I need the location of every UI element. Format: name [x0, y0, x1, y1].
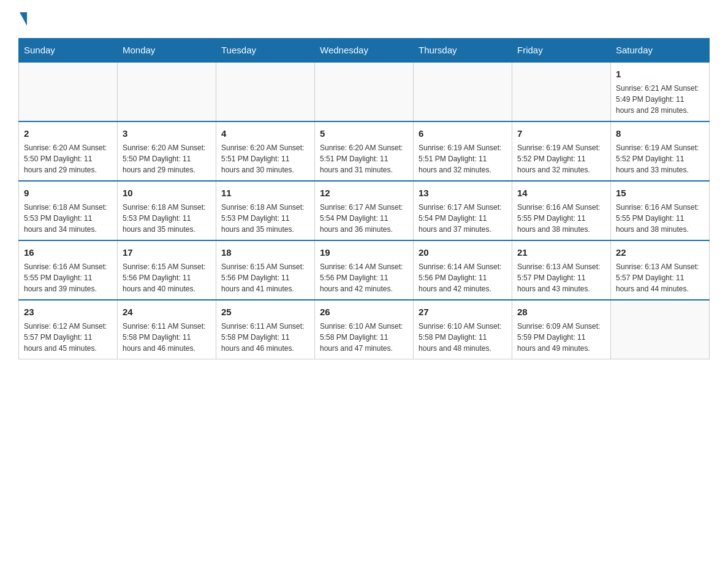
day-number: 20 [419, 246, 507, 259]
calendar-cell: 12Sunrise: 6:17 AM Sunset: 5:54 PM Dayli… [315, 181, 414, 240]
calendar-table: SundayMondayTuesdayWednesdayThursdayFrid… [18, 38, 710, 359]
calendar-cell: 4Sunrise: 6:20 AM Sunset: 5:51 PM Daylig… [216, 121, 315, 181]
day-info: Sunrise: 6:12 AM Sunset: 5:57 PM Dayligh… [24, 321, 112, 354]
calendar-cell [512, 62, 611, 121]
calendar-cell: 6Sunrise: 6:19 AM Sunset: 5:51 PM Daylig… [414, 121, 512, 181]
weekday-header-sunday: Sunday [19, 39, 118, 63]
calendar-cell: 25Sunrise: 6:11 AM Sunset: 5:58 PM Dayli… [216, 300, 315, 359]
calendar-cell: 9Sunrise: 6:18 AM Sunset: 5:53 PM Daylig… [19, 181, 118, 240]
calendar-cell: 7Sunrise: 6:19 AM Sunset: 5:52 PM Daylig… [512, 121, 611, 181]
day-info: Sunrise: 6:17 AM Sunset: 5:54 PM Dayligh… [320, 202, 408, 235]
calendar-cell: 5Sunrise: 6:20 AM Sunset: 5:51 PM Daylig… [315, 121, 414, 181]
calendar-cell: 18Sunrise: 6:15 AM Sunset: 5:56 PM Dayli… [216, 240, 315, 300]
day-number: 26 [320, 305, 408, 318]
day-info: Sunrise: 6:09 AM Sunset: 5:59 PM Dayligh… [517, 321, 605, 354]
day-number: 1 [616, 67, 704, 80]
day-number: 23 [24, 305, 112, 318]
day-info: Sunrise: 6:16 AM Sunset: 5:55 PM Dayligh… [24, 261, 112, 294]
calendar-cell: 2Sunrise: 6:20 AM Sunset: 5:50 PM Daylig… [19, 121, 118, 181]
weekday-header-saturday: Saturday [611, 39, 710, 63]
day-number: 14 [517, 186, 605, 199]
day-info: Sunrise: 6:13 AM Sunset: 5:57 PM Dayligh… [616, 261, 704, 294]
day-info: Sunrise: 6:20 AM Sunset: 5:51 PM Dayligh… [221, 142, 309, 175]
logo-arrow-icon [20, 12, 27, 26]
weekday-header-wednesday: Wednesday [315, 39, 414, 63]
day-number: 3 [123, 127, 211, 140]
day-info: Sunrise: 6:19 AM Sunset: 5:52 PM Dayligh… [616, 142, 704, 175]
day-number: 24 [123, 305, 211, 318]
calendar-cell: 16Sunrise: 6:16 AM Sunset: 5:55 PM Dayli… [19, 240, 118, 300]
day-number: 9 [24, 186, 112, 199]
day-info: Sunrise: 6:13 AM Sunset: 5:57 PM Dayligh… [517, 261, 605, 294]
calendar-cell: 15Sunrise: 6:16 AM Sunset: 5:55 PM Dayli… [611, 181, 710, 240]
calendar-cell [19, 62, 118, 121]
day-number: 22 [616, 246, 704, 259]
calendar-cell: 28Sunrise: 6:09 AM Sunset: 5:59 PM Dayli… [512, 300, 611, 359]
day-info: Sunrise: 6:18 AM Sunset: 5:53 PM Dayligh… [24, 202, 112, 235]
day-info: Sunrise: 6:17 AM Sunset: 5:54 PM Dayligh… [419, 202, 507, 235]
logo [18, 12, 27, 26]
day-number: 4 [221, 127, 309, 140]
day-number: 13 [419, 186, 507, 199]
calendar-cell: 3Sunrise: 6:20 AM Sunset: 5:50 PM Daylig… [118, 121, 216, 181]
week-row-5: 23Sunrise: 6:12 AM Sunset: 5:57 PM Dayli… [19, 300, 710, 359]
day-info: Sunrise: 6:14 AM Sunset: 5:56 PM Dayligh… [419, 261, 507, 294]
calendar-cell: 10Sunrise: 6:18 AM Sunset: 5:53 PM Dayli… [118, 181, 216, 240]
day-info: Sunrise: 6:20 AM Sunset: 5:50 PM Dayligh… [24, 142, 112, 175]
day-info: Sunrise: 6:19 AM Sunset: 5:51 PM Dayligh… [419, 142, 507, 175]
day-info: Sunrise: 6:10 AM Sunset: 5:58 PM Dayligh… [320, 321, 408, 354]
day-number: 8 [616, 127, 704, 140]
page-header [18, 12, 710, 26]
day-info: Sunrise: 6:16 AM Sunset: 5:55 PM Dayligh… [517, 202, 605, 235]
calendar-cell: 8Sunrise: 6:19 AM Sunset: 5:52 PM Daylig… [611, 121, 710, 181]
day-info: Sunrise: 6:10 AM Sunset: 5:58 PM Dayligh… [419, 321, 507, 354]
calendar-cell [414, 62, 512, 121]
day-info: Sunrise: 6:11 AM Sunset: 5:58 PM Dayligh… [221, 321, 309, 354]
week-row-3: 9Sunrise: 6:18 AM Sunset: 5:53 PM Daylig… [19, 181, 710, 240]
calendar-cell [118, 62, 216, 121]
day-number: 21 [517, 246, 605, 259]
calendar-cell: 1Sunrise: 6:21 AM Sunset: 5:49 PM Daylig… [611, 62, 710, 121]
day-number: 17 [123, 246, 211, 259]
day-info: Sunrise: 6:20 AM Sunset: 5:51 PM Dayligh… [320, 142, 408, 175]
day-number: 15 [616, 186, 704, 199]
calendar-cell [611, 300, 710, 359]
day-info: Sunrise: 6:16 AM Sunset: 5:55 PM Dayligh… [616, 202, 704, 235]
day-number: 2 [24, 127, 112, 140]
day-info: Sunrise: 6:15 AM Sunset: 5:56 PM Dayligh… [221, 261, 309, 294]
weekday-header-thursday: Thursday [414, 39, 512, 63]
day-info: Sunrise: 6:21 AM Sunset: 5:49 PM Dayligh… [616, 83, 704, 116]
week-row-4: 16Sunrise: 6:16 AM Sunset: 5:55 PM Dayli… [19, 240, 710, 300]
calendar-cell: 24Sunrise: 6:11 AM Sunset: 5:58 PM Dayli… [118, 300, 216, 359]
day-number: 11 [221, 186, 309, 199]
week-row-2: 2Sunrise: 6:20 AM Sunset: 5:50 PM Daylig… [19, 121, 710, 181]
day-info: Sunrise: 6:14 AM Sunset: 5:56 PM Dayligh… [320, 261, 408, 294]
calendar-cell: 23Sunrise: 6:12 AM Sunset: 5:57 PM Dayli… [19, 300, 118, 359]
day-number: 12 [320, 186, 408, 199]
day-number: 25 [221, 305, 309, 318]
calendar-cell: 20Sunrise: 6:14 AM Sunset: 5:56 PM Dayli… [414, 240, 512, 300]
calendar-cell: 19Sunrise: 6:14 AM Sunset: 5:56 PM Dayli… [315, 240, 414, 300]
weekday-header-tuesday: Tuesday [216, 39, 315, 63]
calendar-cell: 22Sunrise: 6:13 AM Sunset: 5:57 PM Dayli… [611, 240, 710, 300]
weekday-header-monday: Monday [118, 39, 216, 63]
day-info: Sunrise: 6:19 AM Sunset: 5:52 PM Dayligh… [517, 142, 605, 175]
day-number: 7 [517, 127, 605, 140]
day-number: 10 [123, 186, 211, 199]
calendar-cell: 13Sunrise: 6:17 AM Sunset: 5:54 PM Dayli… [414, 181, 512, 240]
day-info: Sunrise: 6:20 AM Sunset: 5:50 PM Dayligh… [123, 142, 211, 175]
week-row-1: 1Sunrise: 6:21 AM Sunset: 5:49 PM Daylig… [19, 62, 710, 121]
day-info: Sunrise: 6:18 AM Sunset: 5:53 PM Dayligh… [123, 202, 211, 235]
day-number: 18 [221, 246, 309, 259]
calendar-cell [216, 62, 315, 121]
day-number: 27 [419, 305, 507, 318]
day-number: 19 [320, 246, 408, 259]
calendar-cell: 21Sunrise: 6:13 AM Sunset: 5:57 PM Dayli… [512, 240, 611, 300]
calendar-cell: 14Sunrise: 6:16 AM Sunset: 5:55 PM Dayli… [512, 181, 611, 240]
calendar-cell: 26Sunrise: 6:10 AM Sunset: 5:58 PM Dayli… [315, 300, 414, 359]
day-info: Sunrise: 6:15 AM Sunset: 5:56 PM Dayligh… [123, 261, 211, 294]
calendar-cell: 27Sunrise: 6:10 AM Sunset: 5:58 PM Dayli… [414, 300, 512, 359]
weekday-header-row: SundayMondayTuesdayWednesdayThursdayFrid… [19, 39, 710, 63]
calendar-cell: 17Sunrise: 6:15 AM Sunset: 5:56 PM Dayli… [118, 240, 216, 300]
day-number: 28 [517, 305, 605, 318]
